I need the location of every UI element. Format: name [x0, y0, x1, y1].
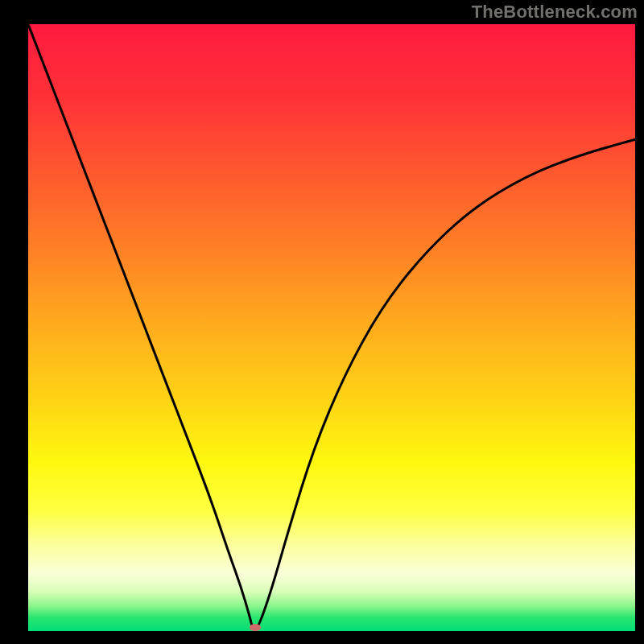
optimal-marker — [250, 624, 261, 631]
chart-frame: TheBottleneck.com — [0, 0, 644, 644]
bottleneck-chart — [0, 0, 644, 644]
plot-background — [28, 24, 635, 631]
